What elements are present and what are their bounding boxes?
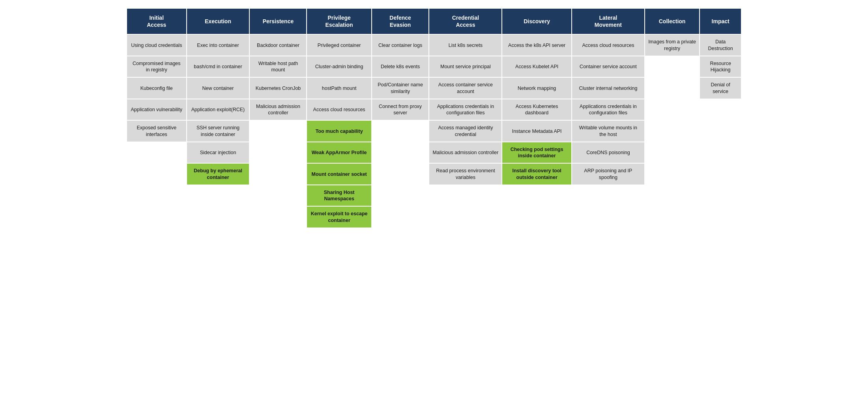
cell-r1-c2: Writable host path mount [249, 56, 307, 78]
cell-r5-c6: Checking pod settings inside container [502, 142, 571, 164]
cell-r8-c8 [645, 206, 700, 228]
cell-r5-c8 [645, 142, 700, 164]
column-header-4: DefenceEvasion [372, 8, 429, 34]
cell-r2-c8 [645, 77, 700, 99]
cell-r5-c2 [249, 142, 307, 164]
cell-r4-c2 [249, 120, 307, 142]
cell-r3-c2: Malicious admission controller [249, 99, 307, 121]
cell-r0-c4: Clear container logs [372, 34, 429, 56]
cell-r6-c1: Debug by ephemeral container [187, 163, 250, 185]
cell-r6-c2 [249, 163, 307, 185]
cell-r6-c4 [372, 163, 429, 185]
cell-r1-c6: Access Kubelet API [502, 56, 571, 78]
cell-r4-c4 [372, 120, 429, 142]
cell-r5-c4 [372, 142, 429, 164]
cell-r4-c1: SSH server running inside container [187, 120, 250, 142]
cell-r4-c0: Exposed sensitive interfaces [127, 120, 187, 142]
cell-r7-c8 [645, 185, 700, 207]
cell-r6-c6: Install discovery tool outside container [502, 163, 571, 185]
cell-r5-c1: Sidecar injection [187, 142, 250, 164]
cell-r2-c4: Pod/Container name similarity [372, 77, 429, 99]
cell-r8-c1 [187, 206, 250, 228]
cell-r2-c6: Network mapping [502, 77, 571, 99]
cell-r4-c6: Instance Metadata API [502, 120, 571, 142]
cell-r5-c5: Malicious admission controller [429, 142, 502, 164]
cell-r0-c9: Data Destruction [700, 34, 741, 56]
column-header-7: LateralMovement [572, 8, 645, 34]
cell-r2-c0: Kubeconfig file [127, 77, 187, 99]
cell-r7-c7 [572, 185, 645, 207]
cell-r2-c3: hostPath mount [307, 77, 371, 99]
cell-r4-c3: Too much capability [307, 120, 371, 142]
cell-r3-c0: Application vulnerability [127, 99, 187, 121]
cell-r1-c8 [645, 56, 700, 78]
column-header-0: InitialAccess [127, 8, 187, 34]
cell-r3-c8 [645, 99, 700, 121]
cell-r5-c9 [700, 142, 741, 164]
cell-r1-c5: Mount service principal [429, 56, 502, 78]
cell-r7-c0 [127, 185, 187, 207]
cell-r0-c2: Backdoor container [249, 34, 307, 56]
cell-r7-c3: Sharing Host Namespaces [307, 185, 371, 207]
cell-r2-c7: Cluster internal networking [572, 77, 645, 99]
cell-r2-c5: Access container service account [429, 77, 502, 99]
cell-r8-c2 [249, 206, 307, 228]
cell-r2-c1: New container [187, 77, 250, 99]
cell-r8-c6 [502, 206, 571, 228]
cell-r3-c9 [700, 99, 741, 121]
column-header-3: PrivilegeEscalation [307, 8, 371, 34]
cell-r0-c8: Images from a private registry [645, 34, 700, 56]
cell-r6-c9 [700, 163, 741, 185]
cell-r4-c5: Access managed identity credential [429, 120, 502, 142]
cell-r6-c3: Mount container socket [307, 163, 371, 185]
column-header-9: Impact [700, 8, 741, 34]
cell-r7-c5 [429, 185, 502, 207]
cell-r3-c7: Applications credentials in configuratio… [572, 99, 645, 121]
cell-r4-c8 [645, 120, 700, 142]
column-header-2: Persistence [249, 8, 307, 34]
cell-r7-c1 [187, 185, 250, 207]
cell-r7-c2 [249, 185, 307, 207]
cell-r6-c5: Read process environment variables [429, 163, 502, 185]
cell-r3-c6: Access Kubernetes dashboard [502, 99, 571, 121]
mitre-matrix: InitialAccessExecutionPersistencePrivile… [126, 8, 742, 228]
cell-r8-c9 [700, 206, 741, 228]
cell-r5-c7: CoreDNS poisoning [572, 142, 645, 164]
cell-r4-c7: Writable volume mounts in the host [572, 120, 645, 142]
cell-r8-c4 [372, 206, 429, 228]
cell-r2-c2: Kubernetes CronJob [249, 77, 307, 99]
column-header-5: CredentialAccess [429, 8, 502, 34]
cell-r1-c3: Cluster-admin binding [307, 56, 371, 78]
cell-r3-c3: Access cloud resources [307, 99, 371, 121]
cell-r7-c4 [372, 185, 429, 207]
cell-r7-c6 [502, 185, 571, 207]
cell-r3-c5: Applications credentials in configuratio… [429, 99, 502, 121]
cell-r1-c4: Delete k8s events [372, 56, 429, 78]
cell-r0-c7: Access cloud resources [572, 34, 645, 56]
cell-r8-c5 [429, 206, 502, 228]
cell-r5-c3: Weak AppArmor Profile [307, 142, 371, 164]
cell-r1-c1: bash/cmd in container [187, 56, 250, 78]
cell-r3-c1: Application exploit(RCE) [187, 99, 250, 121]
cell-r6-c0 [127, 163, 187, 185]
cell-r0-c1: Exec into container [187, 34, 250, 56]
cell-r8-c3: Kernel exploit to escape container [307, 206, 371, 228]
cell-r1-c7: Container service account [572, 56, 645, 78]
cell-r8-c0 [127, 206, 187, 228]
column-header-8: Collection [645, 8, 700, 34]
cell-r0-c0: Using cloud credentials [127, 34, 187, 56]
column-header-6: Discovery [502, 8, 571, 34]
cell-r0-c5: List k8s secrets [429, 34, 502, 56]
cell-r1-c9: Resource Hijacking [700, 56, 741, 78]
cell-r3-c4: Connect from proxy server [372, 99, 429, 121]
column-header-1: Execution [187, 8, 250, 34]
cell-r6-c7: ARP poisoning and IP spoofing [572, 163, 645, 185]
cell-r5-c0 [127, 142, 187, 164]
cell-r8-c7 [572, 206, 645, 228]
cell-r4-c9 [700, 120, 741, 142]
cell-r6-c8 [645, 163, 700, 185]
cell-r0-c3: Privileged container [307, 34, 371, 56]
cell-r2-c9: Denial of service [700, 77, 741, 99]
cell-r1-c0: Compromised images in registry [127, 56, 187, 78]
cell-r7-c9 [700, 185, 741, 207]
